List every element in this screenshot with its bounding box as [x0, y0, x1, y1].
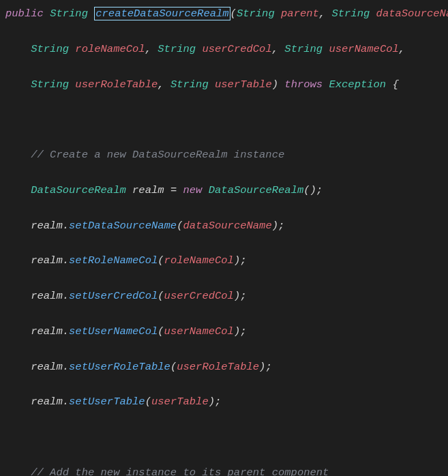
param-type: String	[31, 43, 69, 55]
param-type: String	[170, 78, 209, 91]
comment: // Create a new DataSourceRealm instance	[31, 149, 284, 161]
param-name: parent	[281, 8, 319, 20]
obj: realm	[31, 325, 63, 338]
kw-new: new	[183, 184, 203, 196]
code-line: realm.setUserNameCol(userNameCol);	[5, 323, 448, 341]
obj: realm	[31, 290, 63, 302]
method-call: setRoleNameCol	[69, 254, 158, 267]
method-signature-line-1: public String createDataSourceRealm(Stri…	[5, 5, 448, 23]
blank-line	[5, 111, 448, 129]
code-line: realm.setDataSourceName(dataSourceName);	[5, 218, 448, 235]
obj: realm	[31, 254, 63, 267]
param-type: String	[237, 8, 275, 20]
param-name: userCredCol	[202, 43, 271, 55]
arg: roleNameCol	[164, 254, 234, 267]
param-type: String	[158, 43, 196, 55]
method-call: setUserTable	[69, 396, 145, 408]
comment-line: // Create a new DataSourceRealm instance	[5, 147, 448, 164]
comment-line: // Add the new instance to its parent co…	[5, 464, 448, 476]
param-type: String	[331, 8, 370, 20]
method-name: createDataSourceRealm	[94, 7, 230, 20]
arg: userNameCol	[164, 325, 234, 338]
param-name: userTable	[215, 78, 272, 91]
method-signature-line-2: String roleNameCol, String userCredCol, …	[5, 41, 448, 59]
method-call: setUserRoleTable	[69, 361, 170, 373]
obj: realm	[31, 361, 63, 373]
comment: // Add the new instance to its parent co…	[31, 466, 329, 476]
arg: userRoleTable	[177, 361, 259, 373]
param-name: userNameCol	[329, 43, 398, 55]
var: realm	[132, 184, 164, 196]
param-type: String	[31, 78, 69, 91]
type: DataSourceRealm	[31, 184, 126, 196]
param-name: userRoleTable	[75, 78, 158, 91]
method-call: setUserNameCol	[69, 325, 158, 338]
constructor: DataSourceRealm	[209, 184, 304, 196]
blank-line	[5, 429, 448, 447]
code-line: realm.setUserCredCol(userCredCol);	[5, 288, 448, 306]
kw-public: public	[5, 8, 44, 20]
kw-throws: throws	[284, 78, 323, 91]
arg: dataSourceName	[183, 220, 272, 232]
code-editor[interactable]: public String createDataSourceRealm(Stri…	[5, 5, 448, 476]
code-line: realm.setUserTable(userTable);	[5, 393, 448, 411]
obj: realm	[31, 396, 63, 408]
param-name: roleNameCol	[75, 43, 145, 55]
arg: userCredCol	[164, 290, 234, 302]
param-type: String	[284, 43, 323, 55]
exception-type: Exception	[329, 78, 386, 91]
code-line: realm.setRoleNameCol(roleNameCol);	[5, 252, 448, 270]
method-signature-line-3: String userRoleTable, String userTable) …	[5, 76, 448, 94]
code-line: DataSourceRealm realm = new DataSourceRe…	[5, 182, 448, 200]
method-call: setUserCredCol	[69, 290, 158, 302]
return-type: String	[50, 8, 88, 20]
arg: userTable	[151, 396, 209, 408]
obj: realm	[31, 220, 63, 232]
param-name: dataSourceName	[376, 8, 448, 20]
method-call: setDataSourceName	[69, 220, 177, 232]
code-line: realm.setUserRoleTable(userRoleTable);	[5, 359, 448, 376]
